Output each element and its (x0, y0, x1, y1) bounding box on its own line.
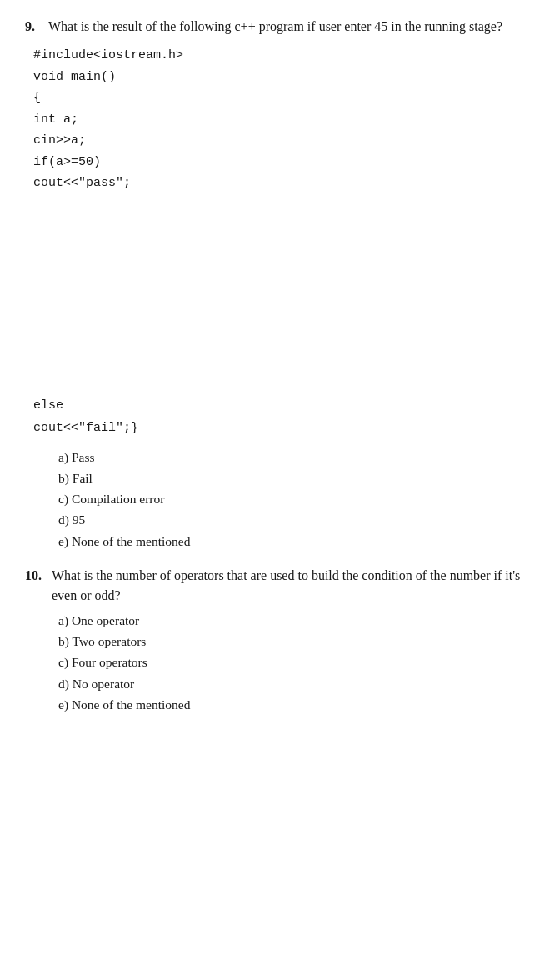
code-line-4: int a; (33, 109, 535, 131)
q9-option-a: a) Pass (58, 448, 535, 467)
q9-option-d: d) 95 (58, 510, 535, 529)
q10-option-a: a) One operator (58, 611, 535, 630)
code-line-2: void main() (33, 67, 535, 88)
q10-option-b: b) Two operators (58, 632, 535, 651)
code-line-5: cin>>a; (33, 130, 535, 152)
question-10-number: 10. (25, 566, 52, 586)
question-10-options: a) One operator b) Two operators c) Four… (58, 611, 535, 714)
question-9-options: a) Pass b) Fail c) Compilation error d) … (58, 448, 535, 551)
question-10-header: 10. What is the number of operators that… (25, 566, 535, 606)
question-9-text: What is the result of the following c++ … (48, 17, 502, 37)
code-line-7: cout<<"pass"; (33, 172, 535, 194)
code-line-6: if(a>=50) (33, 152, 535, 173)
q9-option-c: c) Compilation error (58, 489, 535, 508)
code-block-9: #include<iostream.h> void main() { int a… (33, 45, 535, 194)
question-9: 9. What is the result of the following c… (25, 17, 535, 551)
question-9-number: 9. (25, 17, 48, 37)
q9-option-b: b) Fail (58, 468, 535, 488)
else-line-2: cout<<"fail";} (33, 417, 535, 439)
else-block: else cout<<"fail";} (33, 394, 535, 439)
question-9-header: 9. What is the result of the following c… (25, 17, 535, 37)
question-10: 10. What is the number of operators that… (25, 566, 535, 714)
q10-option-c: c) Four operators (58, 652, 535, 672)
code-spacer (25, 202, 535, 386)
q10-option-d: d) No operator (58, 674, 535, 693)
else-line-1: else (33, 394, 535, 417)
q9-option-e: e) None of the mentioned (58, 532, 535, 551)
q10-option-e: e) None of the mentioned (58, 695, 535, 714)
code-line-3: { (33, 88, 535, 109)
question-10-text: What is the number of operators that are… (52, 566, 535, 606)
code-line-1: #include<iostream.h> (33, 45, 535, 67)
